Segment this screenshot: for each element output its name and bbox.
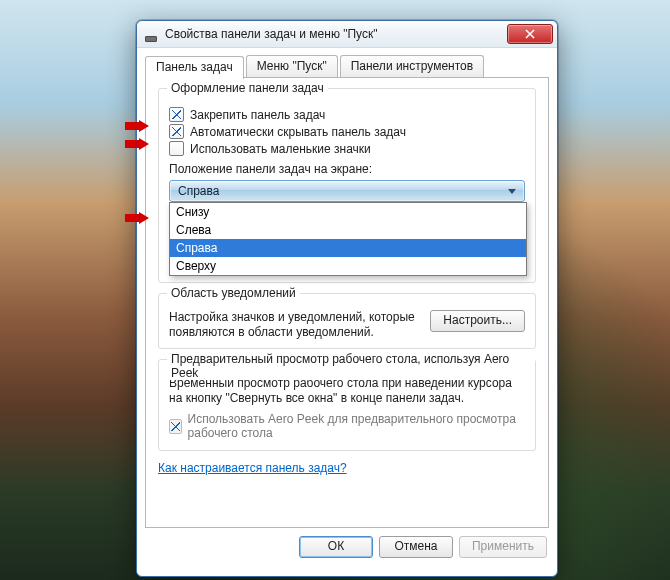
label-use-aero-peek: Использовать Aero Peek для предварительн… [188,412,525,440]
chevron-down-icon [508,189,516,194]
notification-area-text: Настройка значков и уведомлений, которые… [169,310,420,340]
tab-taskbar[interactable]: Панель задач [145,56,244,79]
row-autohide: Автоматически скрывать панель задач [169,124,525,139]
label-taskbar-position: Положение панели задач на экране: [169,162,525,176]
aero-peek-text: Временный просмотр рабочего стола при на… [169,376,525,406]
window-title: Свойства панели задач и меню "Пуск" [165,27,507,41]
close-button[interactable] [507,24,553,44]
row-use-aero-peek: Использовать Aero Peek для предварительн… [169,412,525,440]
cancel-button[interactable]: Отмена [379,536,453,558]
combo-option-bottom[interactable]: Снизу [170,203,526,221]
row-small-icons: Использовать маленькие значки [169,141,525,156]
dialog-buttons: ОК Отмена Применить [145,528,549,558]
group-legend-appearance: Оформление панели задач [167,81,328,95]
tabstrip: Панель задач Меню "Пуск" Панели инструме… [145,55,549,78]
tab-start-menu[interactable]: Меню "Пуск" [246,55,338,77]
combo-taskbar-position[interactable]: Справа [169,180,525,202]
ok-button[interactable]: ОК [299,536,373,558]
label-small-icons: Использовать маленькие значки [190,142,371,156]
checkbox-autohide[interactable] [169,124,184,139]
titlebar[interactable]: Свойства панели задач и меню "Пуск" [137,21,557,48]
close-icon [525,29,535,39]
checkbox-small-icons[interactable] [169,141,184,156]
group-aero-peek: Предварительный просмотр рабочего стола,… [158,359,536,451]
checkbox-use-aero-peek [169,419,182,434]
combo-selected-value: Справа [178,184,219,198]
client-area: Панель задач Меню "Пуск" Панели инструме… [145,55,549,568]
group-taskbar-appearance: Оформление панели задач Закрепить панель… [158,88,536,283]
taskbar-icon [143,26,159,42]
combo-option-left[interactable]: Слева [170,221,526,239]
group-notification-area: Область уведомлений Настройка значков и … [158,293,536,349]
properties-dialog: Свойства панели задач и меню "Пуск" Пане… [136,20,558,577]
label-autohide: Автоматически скрывать панель задач [190,125,406,139]
tab-page-taskbar: Оформление панели задач Закрепить панель… [145,78,549,528]
label-lock-taskbar: Закрепить панель задач [190,108,325,122]
checkbox-lock-taskbar[interactable] [169,107,184,122]
combo-position-wrap: Справа Снизу Слева Справа Сверху [169,180,525,202]
combo-option-top[interactable]: Сверху [170,257,526,275]
combo-option-right[interactable]: Справа [170,239,526,257]
group-legend-aero-peek: Предварительный просмотр рабочего стола,… [167,352,535,380]
combo-position-list: Снизу Слева Справа Сверху [169,202,527,276]
row-lock-taskbar: Закрепить панель задач [169,107,525,122]
tab-toolbars[interactable]: Панели инструментов [340,55,484,77]
group-legend-notification: Область уведомлений [167,286,300,300]
apply-button[interactable]: Применить [459,536,547,558]
help-link-taskbar[interactable]: Как настраивается панель задач? [158,461,347,475]
customize-button[interactable]: Настроить... [430,310,525,332]
